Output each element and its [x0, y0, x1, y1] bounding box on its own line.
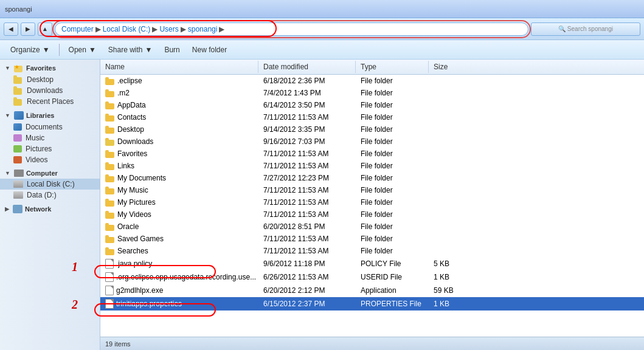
content-wrapper: Name Date modified Type Size .eclipse 6/…	[100, 60, 644, 350]
back-button[interactable]: ◀	[4, 22, 18, 36]
file-name-cell: Saved Games	[100, 233, 258, 244]
file-date-cell: 6/20/2012 2:12 PM	[258, 285, 356, 296]
sidebar-item-music[interactable]: Music	[0, 132, 100, 143]
table-row[interactable]: .eclipse 6/18/2012 2:36 PM File folder	[100, 75, 644, 87]
table-row[interactable]: My Videos 7/11/2012 11:53 AM File folder	[100, 208, 644, 221]
file-type-cell: USERID File	[356, 272, 429, 283]
window-title: sponangi	[5, 5, 32, 13]
sidebar-item-documents[interactable]: Documents	[0, 122, 100, 132]
file-date-cell: 6/15/2012 2:37 PM	[258, 298, 356, 309]
file-name-cell: My Music	[100, 185, 258, 196]
table-row[interactable]: Downloads 9/16/2012 7:03 PM File folder	[100, 136, 644, 148]
sidebar-section-computer: ▼ Computer Local Disk (C:) Data (D:)	[0, 168, 100, 201]
new-folder-button[interactable]: New folder	[187, 43, 232, 57]
sidebar-item-recent-places[interactable]: Recent Places	[0, 96, 100, 107]
file-date-cell: 6/26/2012 11:53 AM	[258, 272, 356, 283]
share-with-button[interactable]: Share with ▼	[103, 43, 158, 57]
sidebar-item-data-drive[interactable]: Data (D:)	[0, 190, 100, 201]
file-date-cell: 9/14/2012 3:35 PM	[258, 124, 356, 135]
table-row[interactable]: Searches 7/11/2012 11:53 AM File folder	[100, 245, 644, 257]
table-row[interactable]: AppData 6/14/2012 3:50 PM File folder	[100, 99, 644, 111]
libraries-label: Libraries	[26, 112, 54, 119]
table-row[interactable]: Desktop 9/14/2012 3:35 PM File folder	[100, 123, 644, 136]
libraries-header[interactable]: ▼ Libraries	[0, 109, 100, 122]
table-row[interactable]: My Music 7/11/2012 11:53 AM File folder	[100, 184, 644, 196]
share-with-label: Share with	[108, 46, 143, 54]
address-path[interactable]: Computer ▶ Local Disk (C:) ▶ Users ▶ spo…	[55, 22, 528, 36]
network-header[interactable]: ▶ Network	[0, 203, 100, 215]
file-type-cell: File folder	[356, 75, 429, 86]
up-button[interactable]: ▲	[38, 22, 52, 36]
desktop-label: Desktop	[27, 75, 54, 84]
folder-icon	[105, 101, 115, 109]
sidebar-item-videos[interactable]: Videos	[0, 154, 100, 165]
sidebar-item-desktop[interactable]: Desktop	[0, 74, 100, 85]
burn-button[interactable]: Burn	[159, 43, 185, 57]
favorites-header[interactable]: ▼ Favorites	[0, 62, 100, 74]
table-row[interactable]: Saved Games 7/11/2012 11:53 AM File fold…	[100, 233, 644, 245]
table-row[interactable]: .m2 7/4/2012 1:43 PM File folder	[100, 87, 644, 99]
sidebar-item-pictures[interactable]: Pictures	[0, 143, 100, 154]
network-label: Network	[25, 205, 51, 213]
network-arrow: ▶	[5, 206, 9, 212]
sidebar-item-downloads[interactable]: Downloads	[0, 85, 100, 96]
crumb-computer[interactable]: Computer	[61, 25, 94, 33]
file-size-cell: 59 KB	[429, 285, 477, 296]
open-button[interactable]: Open ▼	[63, 43, 102, 57]
organize-button[interactable]: Organize ▼	[5, 43, 55, 57]
downloads-folder-icon	[13, 86, 23, 95]
file-size-cell	[429, 116, 477, 118]
folder-icon	[105, 162, 115, 170]
file-name-cell: Contacts	[100, 112, 258, 123]
file-size-cell	[429, 225, 477, 228]
file-size-cell	[429, 213, 477, 216]
sidebar-item-local-disk[interactable]: Local Disk (C:)	[0, 179, 100, 190]
folder-icon	[105, 223, 115, 231]
recent-places-icon	[13, 97, 23, 106]
table-row[interactable]: .org.eclipse.epp.usagedata.recording.use…	[100, 270, 644, 284]
file-type-cell: File folder	[356, 88, 429, 98]
file-size-cell	[429, 250, 477, 252]
crumb-sponangi[interactable]: sponangi	[188, 25, 218, 33]
file-name-cell: Desktop	[100, 124, 258, 135]
file-name-cell: Oracle	[100, 221, 258, 232]
folder-icon	[105, 114, 115, 122]
file-date-cell: 6/14/2012 3:50 PM	[258, 100, 356, 111]
file-date-cell: 7/11/2012 11:53 AM	[258, 209, 356, 220]
favorites-icon	[14, 64, 24, 72]
sidebar-section-libraries: ▼ Libraries Documents Music Pictures	[0, 109, 100, 165]
toolbar-divider-1	[59, 44, 60, 56]
file-size-cell	[429, 80, 477, 82]
column-headers: Name Date modified Type Size	[100, 60, 644, 75]
forward-button[interactable]: ▶	[21, 22, 35, 36]
table-row[interactable]: My Pictures 7/11/2012 11:53 AM File fold…	[100, 196, 644, 208]
file-name-cell: Searches	[100, 245, 258, 256]
computer-header[interactable]: ▼ Computer	[0, 168, 100, 179]
file-type-cell: File folder	[356, 197, 429, 208]
col-name[interactable]: Name	[100, 61, 258, 73]
videos-icon	[13, 156, 22, 163]
sep2: ▶	[152, 25, 158, 33]
pictures-label: Pictures	[26, 145, 52, 153]
file-name-cell: AppData	[100, 100, 258, 111]
table-row[interactable]: My Documents 7/27/2012 12:23 PM File fol…	[100, 172, 644, 184]
crumb-users[interactable]: Users	[159, 25, 178, 33]
table-row[interactable]: trinitiapps.properties 6/15/2012 2:37 PM…	[100, 297, 644, 311]
libraries-arrow: ▼	[5, 112, 10, 118]
file-date-cell: 9/6/2012 11:18 PM	[258, 258, 356, 269]
table-row[interactable]: Favorites 7/11/2012 11:53 AM File folder	[100, 148, 644, 160]
table-row[interactable]: Links 7/11/2012 11:53 AM File folder	[100, 160, 644, 172]
downloads-label: Downloads	[27, 86, 63, 95]
col-date[interactable]: Date modified	[258, 61, 356, 73]
file-date-cell: 7/11/2012 11:53 AM	[258, 112, 356, 123]
file-size-cell	[429, 153, 477, 155]
search-box[interactable]: 🔍 Search sponangi	[531, 22, 640, 36]
crumb-localdisk[interactable]: Local Disk (C:)	[103, 25, 151, 33]
table-row[interactable]: .java.policy 9/6/2012 11:18 PM POLICY Fi…	[100, 257, 644, 270]
table-row[interactable]: Contacts 7/11/2012 11:53 AM File folder	[100, 111, 644, 123]
table-row[interactable]: g2mdlhlpx.exe 6/20/2012 2:12 PM Applicat…	[100, 284, 644, 297]
col-type[interactable]: Type	[356, 61, 429, 73]
file-type-cell: File folder	[356, 185, 429, 196]
table-row[interactable]: Oracle 6/20/2012 8:51 PM File folder	[100, 221, 644, 233]
col-size[interactable]: Size	[429, 61, 477, 73]
